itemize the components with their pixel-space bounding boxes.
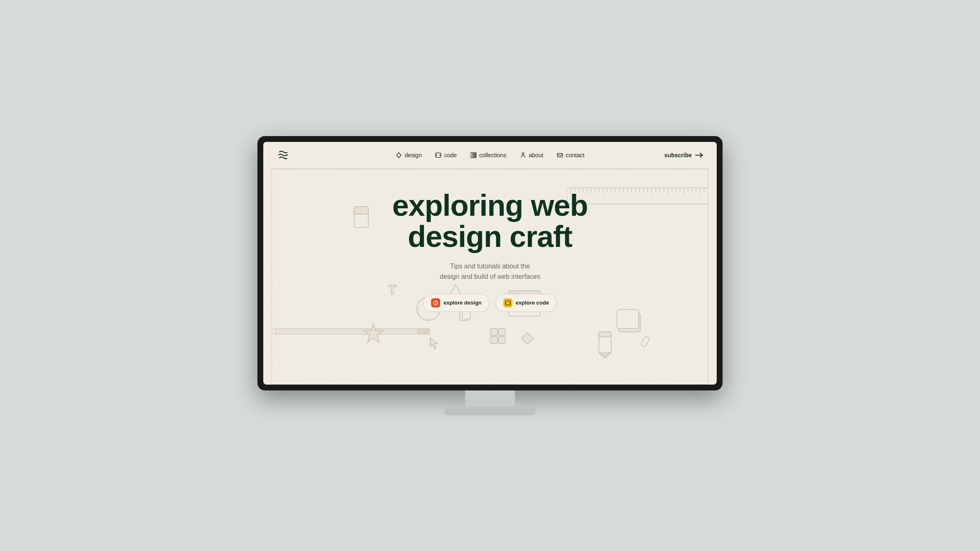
monitor-stand-base [444,407,536,415]
svg-rect-2 [473,152,475,157]
hero-content: exploring web design craft Tips and tuto… [289,178,691,312]
svg-rect-75 [641,336,650,347]
diamond-icon [520,331,534,347]
monitor-frame: design code [257,136,723,390]
star-icon [361,322,385,348]
svg-rect-1 [471,152,473,157]
code-icon [435,152,442,158]
svg-rect-64 [490,336,497,344]
small-pencil-icon [641,336,654,351]
svg-rect-71 [619,313,640,332]
about-icon [519,152,526,158]
svg-rect-72 [617,310,639,329]
explore-design-button[interactable]: explore design [423,294,490,312]
nav-about[interactable]: about [519,152,543,158]
svg-rect-77 [505,301,510,305]
nav-code[interactable]: code [435,152,457,158]
nav-contact[interactable]: contact [556,152,584,158]
svg-rect-3 [475,152,476,157]
svg-rect-0 [436,153,441,157]
svg-rect-62 [490,329,497,336]
svg-marker-7 [272,328,276,334]
monitor-wrapper: design code [257,136,723,415]
logo[interactable] [277,149,290,161]
nav-design[interactable]: design [395,152,421,158]
marker-icon [593,330,617,361]
svg-rect-65 [498,336,505,344]
svg-rect-63 [498,329,505,336]
navbar: design code [263,142,717,168]
explore-code-button[interactable]: explore code [495,294,557,312]
svg-rect-5 [557,153,562,157]
monitor-stand-neck [465,390,515,407]
monitor-screen: design code [263,142,717,385]
svg-rect-60 [460,312,468,321]
hero-section: T [272,169,708,385]
cursor-icon [429,336,441,352]
svg-rect-6 [276,328,418,334]
subscribe-arrow-icon [695,152,703,158]
nav-links: design code [395,152,584,158]
design-button-icon [431,298,440,307]
svg-point-4 [522,153,524,154]
collections-icon [470,152,477,158]
svg-rect-74 [599,332,611,337]
hero-title: exploring web design craft [289,190,691,253]
figma-icon [487,327,509,350]
hero-buttons: explore design explore code [289,294,691,312]
code-button-icon [503,298,512,307]
svg-rect-9 [418,328,430,334]
design-icon [395,152,402,158]
pencil-icon [272,327,430,334]
hero-subtitle: Tips and tutorials about the design and … [289,261,691,282]
subscribe-button[interactable]: subscribe [664,152,703,158]
nav-collections[interactable]: collections [470,152,506,158]
contact-icon [556,152,563,158]
svg-rect-73 [599,332,611,353]
